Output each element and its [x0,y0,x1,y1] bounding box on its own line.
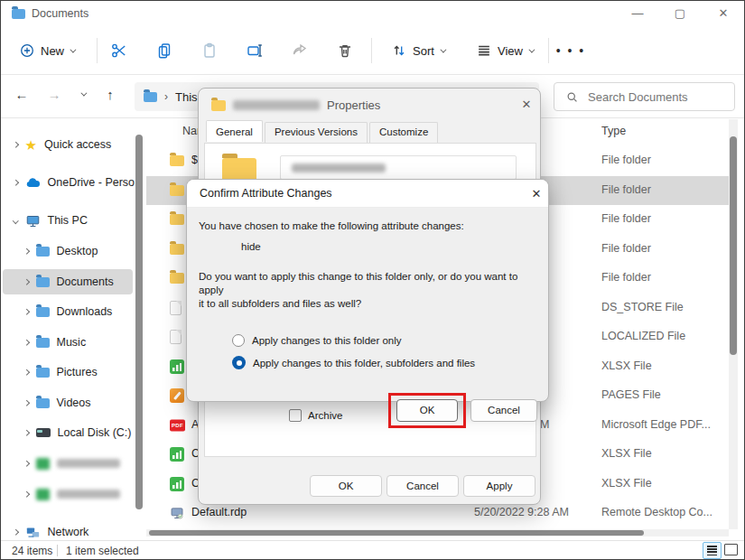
properties-cancel-button[interactable]: Cancel [386,475,459,497]
properties-apply-button[interactable]: Apply [463,475,535,497]
sidebar-item-redacted-drive[interactable] [3,451,133,476]
more-options-button[interactable]: • • • [555,36,586,65]
sidebar-item-music[interactable]: Music [3,330,133,355]
sidebar-item-local-disk[interactable]: Local Disk (C:) [3,420,133,445]
toolbar: New Sort View [1,26,744,75]
radio-selected-icon[interactable] [232,356,246,369]
radio-label: Apply changes to this folder, subfolders… [253,358,475,369]
paste-button[interactable] [194,36,225,65]
share-button[interactable] [284,36,315,65]
chevron-right-icon[interactable] [23,309,29,314]
new-button[interactable]: New [12,36,81,65]
copy-icon [155,42,173,60]
back-button[interactable]: ← [12,87,32,102]
tab-previous-versions[interactable]: Previous Versions [265,122,368,144]
breadcrumb-separator: › [164,90,168,103]
sidebar-item-label: OneDrive - Perso [48,176,135,189]
sidebar-item-label: Local Disk (C:) [58,426,132,439]
monitor-icon [25,214,41,228]
chevron-right-icon[interactable] [13,180,18,185]
drive-icon [36,489,50,500]
chevron-right-icon[interactable] [23,369,29,375]
view-button[interactable]: View [469,36,540,65]
tab-customize[interactable]: Customize [369,122,438,144]
chevron-right-icon[interactable] [23,400,29,406]
rename-button[interactable] [239,36,270,65]
up-button[interactable]: ↑ [100,87,120,102]
radio-unselected-icon[interactable] [232,334,245,347]
confirm-cancel-button[interactable]: Cancel [470,399,537,422]
attribute-name: hide [241,241,261,252]
sidebar-item-downloads[interactable]: Downloads [3,299,133,324]
sidebar-item-videos[interactable]: Videos [3,390,133,415]
radio-option-recursive[interactable]: Apply changes to this folder, subfolders… [232,356,475,369]
window-folder-icon [12,9,25,19]
rename-icon [246,42,264,60]
sidebar-item-label: Pictures [57,366,98,378]
column-header-type[interactable]: Type [601,125,626,137]
large-icons-view-toggle[interactable] [724,544,738,555]
radio-option-folder-only[interactable]: Apply changes to this folder only [232,334,402,347]
close-icon[interactable]: ✕ [526,185,546,203]
chevron-down-icon[interactable] [13,218,18,223]
properties-tabs: General Previous Versions Customize [206,122,440,144]
minimize-button[interactable]: — [625,5,650,23]
sidebar-scrollbar[interactable] [135,135,143,509]
sidebar-item-pictures[interactable]: Pictures [3,359,133,385]
sidebar-item-this-pc[interactable]: This PC [3,208,133,233]
sidebar-item-redacted-drive[interactable] [3,481,133,507]
chevron-right-icon[interactable] [23,430,29,435]
sort-button[interactable]: Sort [384,36,452,65]
chevron-right-icon[interactable] [23,340,29,345]
redacted-folder-name [292,163,386,173]
archive-checkbox[interactable] [289,409,302,422]
tab-general[interactable]: General [206,120,263,142]
search-placeholder: Search Documents [588,90,688,104]
confirm-dialog-body: You have chosen to make the following at… [187,208,548,403]
folder-icon [36,247,50,257]
selected-count: 1 item selected [66,545,139,557]
sidebar-item-documents[interactable]: Documents [3,269,133,294]
drive-icon [36,458,50,470]
cut-button[interactable] [104,36,135,65]
document-icon [170,330,182,344]
redacted-text [57,459,120,468]
sidebar-item-desktop[interactable]: Desktop [3,238,133,264]
close-icon[interactable]: ✕ [517,96,536,114]
pdf-icon: PDF [170,420,185,432]
title-bar: Documents — ▢ ✕ [1,1,744,26]
chevron-right-icon[interactable] [13,529,18,535]
pages-document-icon [170,388,184,403]
confirm-dialog-title: Confirm Attribute Changes [200,187,332,200]
chevron-right-icon[interactable] [23,461,29,466]
star-icon: ★ [25,138,37,152]
breadcrumb-folder-icon [144,92,157,102]
details-view-toggle[interactable] [703,542,722,559]
dialog-folder-icon [211,100,226,111]
delete-button[interactable] [330,36,360,65]
folder-icon [36,338,50,348]
folder-name-input[interactable] [280,155,517,180]
close-button[interactable]: ✕ [711,5,736,23]
horizontal-scrollbar-thumb[interactable] [149,530,644,536]
chevron-right-icon[interactable] [23,248,29,254]
search-input[interactable]: Search Documents [554,82,735,111]
share-icon [291,42,309,60]
forward-button[interactable]: → [44,87,64,102]
sidebar-item-label: Downloads [57,305,113,318]
file-explorer-window: Documents — ▢ ✕ New [0,0,745,560]
recent-locations-chevron-icon[interactable] [80,90,87,97]
chevron-right-icon[interactable] [23,279,29,285]
chevron-right-icon[interactable] [13,142,18,147]
properties-ok-button[interactable]: OK [310,475,382,497]
sidebar-item-quick-access[interactable]: ★ Quick access [3,132,133,157]
folder-icon [170,185,184,196]
maximize-button[interactable]: ▢ [667,5,693,23]
chevron-right-icon[interactable] [23,491,29,497]
view-lines-icon [476,42,492,59]
document-icon [170,301,182,315]
window-title: Documents [32,7,88,20]
vertical-scrollbar-thumb[interactable] [730,136,737,355]
copy-button[interactable] [149,36,180,65]
sidebar-item-onedrive[interactable]: OneDrive - Perso [3,170,133,195]
